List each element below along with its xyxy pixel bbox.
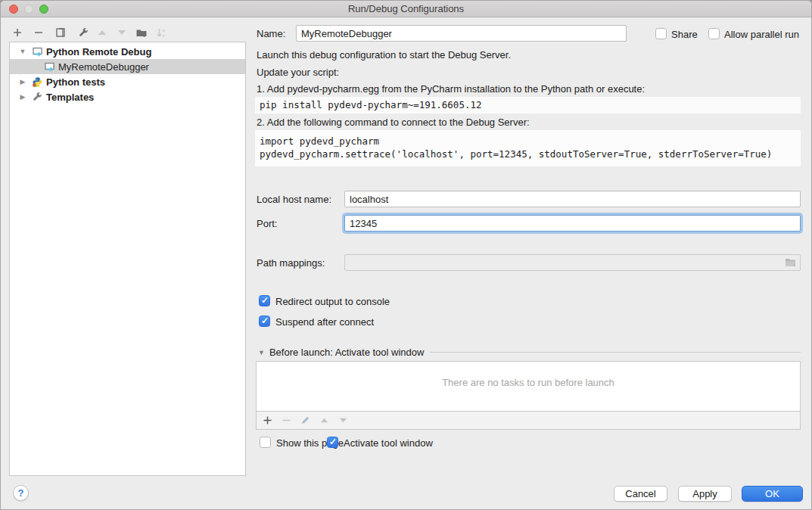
svg-text:z: z bbox=[162, 33, 164, 38]
section-rule bbox=[430, 352, 801, 353]
remove-task-button bbox=[281, 415, 291, 426]
copy-configuration-icon[interactable] bbox=[53, 25, 68, 40]
share-checkbox[interactable] bbox=[655, 28, 667, 39]
run-debug-configurations-dialog: Run/Debug Configurations az ▼ Python Rem… bbox=[0, 0, 812, 510]
show-this-page-checkbox[interactable] bbox=[260, 437, 271, 448]
collapse-section-icon[interactable]: ▼ bbox=[258, 349, 265, 356]
cancel-button[interactable]: Cancel bbox=[614, 486, 667, 502]
path-mappings-input[interactable] bbox=[344, 254, 801, 271]
tree-item-label: MyRemoteDebugger bbox=[58, 61, 149, 73]
allow-parallel-run-label: Allow parallel run bbox=[724, 28, 799, 41]
port-label: Port: bbox=[257, 216, 277, 232]
before-launch-task-list[interactable]: There are no tasks to run before launch bbox=[256, 361, 801, 412]
settrace-code-block: import pydevd_pycharm pydevd_pycharm.set… bbox=[255, 130, 801, 166]
browse-folder-icon[interactable] bbox=[785, 257, 796, 267]
allow-parallel-run-checkbox[interactable] bbox=[708, 28, 720, 39]
activate-tool-window-checkbox[interactable] bbox=[327, 437, 338, 448]
edit-task-pencil-icon bbox=[300, 415, 310, 426]
redirect-output-checkbox[interactable] bbox=[259, 295, 270, 306]
move-up-icon bbox=[95, 25, 110, 40]
wrench-icon bbox=[31, 91, 43, 103]
suspend-after-connect-checkbox[interactable] bbox=[259, 316, 270, 327]
name-input[interactable] bbox=[296, 25, 627, 42]
svg-text:a: a bbox=[162, 28, 165, 33]
tree-item-myremotedebugger[interactable]: MyRemoteDebugger bbox=[10, 59, 245, 74]
suspend-after-connect-label: Suspend after connect bbox=[275, 316, 374, 328]
configurations-tree: ▼ Python Remote Debug MyRemoteDebugger ▶… bbox=[9, 42, 246, 476]
tree-item-templates[interactable]: ▶ Templates bbox=[10, 89, 245, 104]
move-task-down-icon bbox=[338, 415, 348, 426]
name-label: Name: bbox=[257, 26, 285, 42]
share-checkbox-label: Share bbox=[671, 28, 698, 41]
before-launch-header[interactable]: ▼ Before launch: Activate tool window bbox=[258, 347, 801, 358]
activate-tool-window-label: Activate tool window bbox=[344, 437, 433, 449]
empty-tasks-text: There are no tasks to run before launch bbox=[257, 377, 800, 388]
port-input[interactable] bbox=[344, 215, 801, 232]
apply-button[interactable]: Apply bbox=[678, 486, 732, 502]
remove-configuration-button[interactable] bbox=[31, 25, 46, 40]
window-title: Run/Debug Configurations bbox=[1, 1, 811, 17]
move-down-icon bbox=[114, 25, 129, 40]
sort-alphabetically-icon: az bbox=[154, 25, 169, 40]
expander-closed-icon[interactable]: ▶ bbox=[17, 78, 28, 86]
tree-item-python-tests[interactable]: ▶ Python tests bbox=[10, 74, 245, 89]
tree-item-python-remote-debug[interactable]: ▼ Python Remote Debug bbox=[10, 44, 245, 59]
code-line-settrace: pydevd_pycharm.settrace('localhost', por… bbox=[260, 148, 796, 160]
local-host-name-label: Local host name: bbox=[257, 191, 331, 207]
ok-button[interactable]: OK bbox=[742, 486, 803, 502]
new-folder-icon[interactable] bbox=[134, 25, 149, 40]
redirect-output-label: Redirect output to console bbox=[275, 295, 390, 308]
step1-text: 1. Add pydevd-pycharm.egg from the PyCha… bbox=[257, 83, 645, 95]
pip-install-command: pip install pydevd-pycharm~=191.6605.12 bbox=[255, 97, 801, 114]
intro-text: Launch this debug configuration to start… bbox=[257, 49, 511, 61]
run-config-icon bbox=[31, 45, 43, 58]
path-mappings-label: Path mappings: bbox=[257, 255, 325, 271]
step2-text: 2. Add the following command to connect … bbox=[257, 117, 530, 129]
expander-closed-icon[interactable]: ▶ bbox=[17, 93, 28, 101]
python-tests-icon bbox=[31, 76, 43, 88]
update-script-text: Update your script: bbox=[257, 67, 339, 79]
before-launch-title: Before launch: Activate tool window bbox=[269, 347, 425, 358]
edit-templates-wrench-icon[interactable] bbox=[76, 25, 91, 40]
add-task-button[interactable] bbox=[262, 415, 272, 426]
local-host-name-input[interactable] bbox=[344, 191, 801, 207]
titlebar: Run/Debug Configurations bbox=[1, 1, 811, 17]
code-line-import: import pydevd_pycharm bbox=[260, 135, 796, 148]
tree-item-label: Templates bbox=[46, 92, 94, 103]
run-config-icon bbox=[43, 61, 55, 73]
add-configuration-button[interactable] bbox=[10, 25, 25, 40]
move-task-up-icon bbox=[319, 415, 329, 426]
tree-item-label: Python Remote Debug bbox=[46, 46, 151, 58]
before-launch-toolbar bbox=[256, 412, 801, 430]
tree-item-label: Python tests bbox=[46, 76, 105, 88]
help-button[interactable]: ? bbox=[13, 485, 29, 501]
expander-open-icon[interactable]: ▼ bbox=[17, 48, 28, 55]
